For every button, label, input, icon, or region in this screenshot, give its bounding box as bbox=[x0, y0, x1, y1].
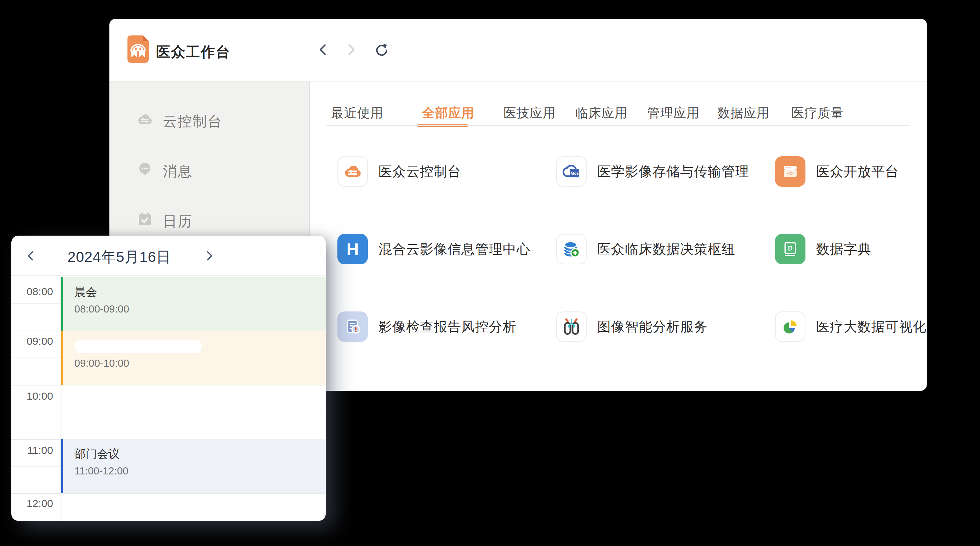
tab-quality[interactable]: 医疗质量 bbox=[791, 105, 844, 122]
event-redacted[interactable]: 09:00-10:00 bbox=[60, 330, 326, 385]
event-time: 08:00-09:00 bbox=[74, 303, 326, 315]
svg-text:</>: </> bbox=[787, 171, 794, 176]
app-item-imaging-pacs[interactable]: Mos 医学影像存储与传输管理 bbox=[556, 156, 775, 187]
app-label: 影像检查报告风控分析 bbox=[379, 318, 517, 336]
calendar-header: 2024年5月16日 bbox=[11, 236, 326, 276]
sidebar-item-label: 云控制台 bbox=[163, 112, 222, 131]
app-item-bigdata-visualization[interactable]: 医疗大数据可视化 bbox=[775, 311, 927, 342]
database-plus-icon bbox=[556, 234, 587, 264]
time-label: 09:00 bbox=[11, 335, 53, 347]
sidebar-item-label: 消息 bbox=[163, 161, 192, 181]
event-title: 部门会议 bbox=[74, 447, 326, 461]
event-title-redacted-pill bbox=[74, 340, 202, 353]
tab-all-apps[interactable]: 全部应用 bbox=[422, 105, 474, 122]
letter-h: H bbox=[347, 239, 359, 259]
gridline bbox=[11, 412, 326, 412]
time-gutter-divider bbox=[60, 276, 61, 521]
app-label: 医疗大数据可视化 bbox=[816, 318, 926, 336]
app-label: 混合云影像信息管理中心 bbox=[379, 240, 530, 258]
app-logo-icon bbox=[127, 35, 149, 63]
app-category-tabs: 最近使用 全部应用 医技应用 临床应用 管理应用 数据应用 医疗质量 bbox=[331, 105, 844, 122]
time-label: 11:00 bbox=[11, 444, 53, 457]
calendar-prev-day-button[interactable] bbox=[24, 249, 38, 263]
event-time: 09:00-10:00 bbox=[74, 358, 326, 369]
message-icon bbox=[136, 161, 153, 178]
event-title: 晨会 bbox=[74, 285, 326, 299]
forward-button[interactable] bbox=[344, 43, 358, 57]
report-alert-icon bbox=[337, 311, 368, 342]
gridline-1200 bbox=[11, 493, 326, 494]
calendar-next-day-button[interactable] bbox=[202, 249, 216, 263]
event-morning-meeting[interactable]: 晨会 08:00-09:00 bbox=[60, 277, 326, 330]
tab-management-apps[interactable]: 管理应用 bbox=[647, 105, 700, 122]
lungs-icon bbox=[556, 311, 587, 342]
screen-background: 医众工作台 云控制台 bbox=[0, 0, 980, 546]
window-header: 医众工作台 bbox=[110, 19, 927, 81]
time-label: 10:00 bbox=[11, 390, 53, 402]
time-label: 08:00 bbox=[11, 286, 53, 298]
code-window-icon: </> bbox=[775, 156, 805, 187]
app-item-report-risk-analysis[interactable]: 影像检查报告风控分析 bbox=[337, 311, 556, 342]
app-label: 数据字典 bbox=[816, 240, 871, 258]
cloud-console-icon bbox=[136, 111, 153, 128]
app-label: 医众云控制台 bbox=[379, 163, 461, 181]
app-item-data-dictionary[interactable]: D 数据字典 bbox=[775, 234, 927, 264]
calendar-popup: 2024年5月16日 08:00 09:00 10:00 11:00 12:00… bbox=[11, 236, 326, 521]
calendar-day-view: 08:00 09:00 10:00 11:00 12:00 晨会 08:00-0… bbox=[11, 276, 326, 521]
letter-h-icon: H bbox=[337, 234, 368, 264]
event-time: 11:00-12:00 bbox=[74, 465, 326, 477]
dictionary-book-icon: D bbox=[775, 234, 805, 264]
app-item-hybrid-cloud-imaging[interactable]: H 混合云影像信息管理中心 bbox=[337, 234, 556, 264]
time-label: 12:00 bbox=[11, 498, 53, 509]
tab-data-apps[interactable]: 数据应用 bbox=[717, 105, 770, 122]
gridline-1000 bbox=[11, 385, 326, 385]
app-item-cloud-console[interactable]: 医众云控制台 bbox=[337, 156, 556, 187]
app-label: 医众开放平台 bbox=[816, 163, 899, 181]
sidebar-item-cloud-console[interactable]: 云控制台 bbox=[110, 108, 309, 131]
tab-clinical-apps[interactable]: 临床应用 bbox=[575, 105, 628, 122]
calendar-check-icon bbox=[136, 211, 153, 228]
sidebar-item-label: 日历 bbox=[163, 212, 192, 231]
window-title: 医众工作台 bbox=[156, 42, 231, 62]
back-button[interactable] bbox=[316, 43, 330, 57]
calendar-date: 2024年5月16日 bbox=[50, 247, 188, 267]
refresh-button[interactable] bbox=[374, 43, 388, 57]
sidebar-item-calendar[interactable]: 日历 bbox=[110, 208, 309, 231]
cloud-mos-icon: Mos bbox=[556, 156, 587, 187]
tab-recent[interactable]: 最近使用 bbox=[331, 105, 383, 122]
svg-text:D: D bbox=[788, 245, 793, 252]
app-label: 图像智能分析服务 bbox=[597, 318, 708, 336]
cloud-sliders-icon bbox=[337, 156, 368, 187]
svg-text:Mos: Mos bbox=[571, 171, 579, 176]
app-item-clinical-data-hub[interactable]: 医众临床数据决策枢纽 bbox=[556, 234, 775, 264]
event-department-meeting[interactable]: 部门会议 11:00-12:00 bbox=[60, 439, 326, 493]
app-item-image-ai-analysis[interactable]: 图像智能分析服务 bbox=[556, 311, 775, 342]
pie-chart-icon bbox=[775, 311, 805, 342]
app-label: 医学影像存储与传输管理 bbox=[597, 163, 749, 181]
tabs-divider bbox=[326, 125, 910, 126]
app-grid: 医众云控制台 Mos 医学影像存储与传输管理 bbox=[337, 156, 927, 342]
sidebar-item-messages[interactable]: 消息 bbox=[110, 158, 309, 181]
app-item-open-platform[interactable]: </> 医众开放平台 bbox=[775, 156, 927, 187]
tab-medtech-apps[interactable]: 医技应用 bbox=[503, 105, 556, 122]
app-label: 医众临床数据决策枢纽 bbox=[597, 240, 735, 258]
